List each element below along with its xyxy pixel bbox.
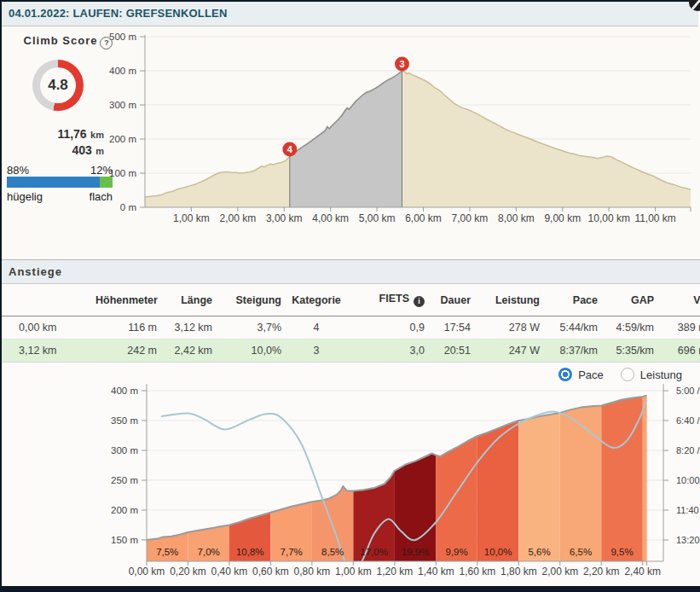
grade-percent-label: 6,5% (570, 547, 592, 557)
distance-unit: km (90, 130, 104, 140)
cell: 696 m/h (662, 340, 700, 363)
x-axis-label: 1,20 km (377, 566, 414, 577)
y-axis-label: 0 m (120, 202, 136, 212)
y-axis-right-label: 8:20 /km (676, 445, 700, 456)
x-axis-label: 2,00 km (219, 212, 256, 224)
activity-header: 04.01.2022: LAUFEN: GREFSENKOLLEN (2, 2, 698, 26)
radio-selected-icon[interactable] (558, 368, 572, 381)
x-axis-label: 2,20 km (583, 566, 620, 577)
column-header-GAP: GAP (606, 284, 662, 316)
grade-segment-6,5%[interactable] (560, 406, 602, 562)
grade-percent-label: 8,5% (321, 547, 344, 557)
climb-score-value: 4.8 (40, 67, 76, 103)
hilly-label: hügelig (7, 190, 43, 203)
grade-segment-end[interactable] (643, 396, 647, 561)
y-axis-right-label: 6:40 /km (676, 415, 700, 426)
x-axis-label: 2,00 km (541, 566, 578, 577)
x-axis-label: 7,00 km (452, 212, 489, 224)
x-axis-label: 5,00 km (359, 212, 396, 224)
y-axis-left-label: 400 m (111, 386, 138, 396)
grade-percent-label: 10,0% (484, 547, 512, 557)
cell: 3,12 km (165, 316, 221, 340)
grade-percent-label: 10,8% (236, 547, 264, 557)
window-edge-top (0, 0, 700, 2)
climbs-table: HöhenmeterLängeSteigungKategorieFIETSiDa… (2, 284, 700, 363)
metric-radio-pace[interactable]: Pace (558, 368, 604, 381)
cell: 278 W (479, 316, 548, 340)
x-axis-label: 0,80 km (294, 566, 331, 577)
x-axis-label: 0,60 km (252, 566, 289, 577)
flat-label: flach (90, 190, 113, 203)
y-axis-label: 100 m (109, 168, 136, 178)
y-axis-right-label: 5:00 /km (676, 386, 700, 396)
grade-segment-5,6%[interactable] (518, 413, 560, 561)
radio-unselected-icon[interactable] (621, 368, 634, 381)
cell: 8:37/km (548, 340, 606, 363)
x-axis-label: 1,80 km (500, 566, 537, 577)
climb-row-0[interactable]: 0,00 km116 m3,12 km3,7%40,917:54278 W5:4… (2, 316, 700, 340)
elevation-profile-chart[interactable]: 0 m100 m200 m300 m400 m500 m1,00 km2,00 … (0, 26, 700, 259)
metric-radio-leistung[interactable]: Leistung (621, 368, 682, 381)
gain-unit: m (95, 146, 104, 156)
metric-radio-label: Leistung (640, 369, 682, 381)
help-icon[interactable]: ? (100, 37, 113, 49)
column-header-VAM: VAM (662, 284, 700, 316)
climb-stats: 11,76 km 403 m (26, 126, 104, 159)
metric-toggle-group: PaceLeistung (2, 364, 682, 385)
climb-marker-number: 3 (399, 59, 404, 69)
y-axis-left-label: 250 m (111, 475, 138, 485)
info-icon[interactable]: i (414, 296, 425, 307)
cell: 4 (290, 316, 358, 340)
column-header-FIETS: FIETSi (358, 284, 433, 316)
cell: 116 m (95, 316, 165, 340)
x-axis-label: 8,00 km (498, 212, 535, 224)
y-axis-right-label: 10:00 /km (676, 475, 700, 485)
total-elevation-gain: 403 (72, 143, 91, 157)
climbs-table-body: 0,00 km116 m3,12 km3,7%40,917:54278 W5:4… (2, 316, 700, 363)
hilly-bar-segment (7, 177, 100, 188)
y-axis-left-label: 300 m (111, 445, 138, 456)
x-axis-label: 11,00 km (634, 212, 675, 224)
x-axis-label: 0,20 km (170, 566, 206, 577)
climb-row-1[interactable]: 3,12 km242 m2,42 km10,0%33,020:51247 W8:… (2, 340, 700, 363)
table-header-row: HöhenmeterLängeSteigungKategorieFIETSiDa… (2, 284, 700, 316)
grade-segment-19,9%[interactable] (395, 454, 437, 562)
x-axis-label: 0,00 km (129, 566, 165, 577)
x-axis-label: 2,40 km (624, 566, 661, 577)
terrain-distribution-bar (7, 177, 113, 188)
grade-segment-10,0%[interactable] (477, 421, 519, 561)
x-axis-label: 0,40 km (211, 566, 248, 577)
window-edge-left (0, 0, 2, 592)
grade-percent-label: 7,7% (281, 547, 303, 557)
grade-percent-label: 17,0% (360, 547, 388, 557)
y-axis-left-label: 350 m (111, 415, 138, 426)
y-axis-right-label: 11:40 /km (676, 505, 700, 515)
column-header-Steigung: Steigung (221, 284, 290, 316)
climbs-table-head: HöhenmeterLängeSteigungKategorieFIETSiDa… (2, 284, 700, 316)
climb-score-gauge: 4.8 (32, 60, 84, 111)
x-axis-label: 10,00 km (588, 212, 630, 224)
column-header-Höhenmeter: Höhenmeter (95, 284, 165, 316)
cell: 3,0 (358, 340, 433, 363)
grade-percent-label: 7,5% (156, 547, 178, 557)
y-axis-left-label: 150 m (111, 535, 138, 545)
climb-detail-chart[interactable]: 150 m200 m250 m300 m350 m400 m5:00 /km6:… (0, 380, 700, 585)
flat-bar-segment (100, 177, 113, 188)
x-axis-label: 4,00 km (312, 212, 349, 224)
column-header-Länge: Länge (165, 284, 221, 316)
cell: 3,12 km (2, 340, 95, 363)
grade-segment-9,5%[interactable] (601, 397, 643, 561)
total-distance: 11,76 (57, 127, 86, 141)
window-edge-bottom (0, 586, 700, 592)
column-header-Leistung: Leistung (479, 284, 548, 316)
x-axis-label: 9,00 km (544, 212, 581, 224)
climb-score-title: Climb Score? (9, 34, 128, 49)
cell: 0,9 (358, 316, 433, 340)
cell: 242 m (95, 340, 165, 363)
grade-percent-label: 9,9% (445, 547, 467, 557)
x-axis-label: 1,60 km (459, 566, 495, 577)
y-axis-label: 200 m (109, 134, 136, 144)
anstiege-title: Anstiege (2, 260, 700, 283)
column-header-Kategorie: Kategorie (290, 284, 358, 316)
cell: 3,7% (221, 316, 290, 340)
